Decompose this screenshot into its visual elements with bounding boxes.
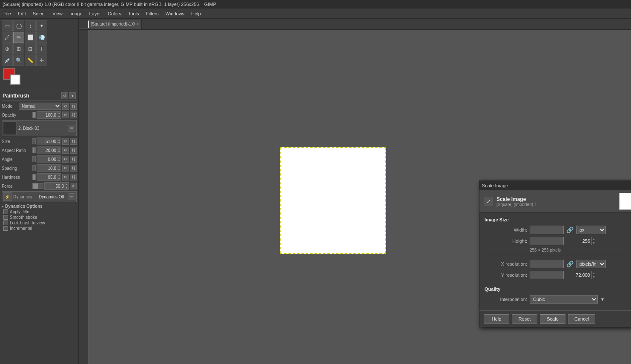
hardness-slider[interactable]	[32, 174, 36, 180]
angle-reset-icon[interactable]: ↺	[62, 156, 69, 163]
yres-up[interactable]: ▴	[592, 271, 596, 275]
tool-colorpick[interactable]: 💉	[2, 55, 13, 66]
angle-spinbox[interactable]: 0.00 ▴ ▾	[37, 155, 61, 163]
aspect-reset-icon[interactable]: ↺	[62, 147, 69, 154]
opacity-reset-icon[interactable]: ↺	[62, 112, 69, 118]
force-reset-icon[interactable]: ↺	[70, 183, 77, 189]
size-up[interactable]: ▴	[57, 138, 61, 141]
size-spinbox[interactable]: 51.00 ▴ ▾	[37, 138, 61, 145]
height-up[interactable]: ▴	[592, 237, 596, 241]
width-unit-select[interactable]: px mm cm in %	[576, 226, 606, 234]
aspect-chain-icon[interactable]: ⛓	[70, 147, 77, 154]
hardness-down[interactable]: ▾	[57, 177, 61, 181]
tool-fuzzy-select[interactable]: ✦	[36, 20, 47, 32]
tool-free-select[interactable]: ⌇	[25, 20, 36, 32]
tool-perspective[interactable]: ⊟	[25, 43, 36, 54]
background-color[interactable]	[10, 75, 20, 85]
tool-measure[interactable]: 📏	[25, 55, 36, 66]
tool-options-reset-icon[interactable]: ↺	[61, 92, 68, 99]
angle-up[interactable]: ▴	[57, 156, 61, 159]
force-spinbox[interactable]: 50.0 ▴ ▾	[44, 182, 69, 190]
hardness-chain-icon[interactable]: ⛓	[70, 174, 77, 181]
incremental-checkbox[interactable]	[3, 226, 8, 231]
force-slider[interactable]	[32, 183, 43, 189]
apply-jitter-checkbox[interactable]	[3, 209, 8, 214]
res-unit-select[interactable]: pixels/in pixels/mm pixels/cm	[576, 260, 606, 268]
yres-input[interactable]	[530, 272, 591, 278]
spacing-slider[interactable]	[32, 165, 36, 171]
mode-reset-icon[interactable]: ↺	[62, 103, 69, 110]
menu-filters[interactable]: Filters	[143, 10, 162, 17]
scale-button[interactable]: Scale	[540, 314, 565, 324]
force-down[interactable]: ▾	[65, 186, 69, 189]
aspect-up[interactable]: ▴	[57, 147, 61, 150]
menu-help[interactable]: Help	[188, 10, 204, 17]
tool-clone[interactable]: ⊕	[2, 43, 13, 54]
aspect-slider[interactable]	[32, 147, 36, 153]
tool-rect-select[interactable]: ▭	[2, 20, 13, 32]
tool-paths[interactable]: 🖊	[2, 32, 13, 43]
angle-slider[interactable]	[32, 156, 36, 162]
size-down[interactable]: ▾	[57, 141, 61, 145]
spacing-chain-icon[interactable]: ⛓	[70, 165, 77, 172]
width-spinbox[interactable]: ▴ ▾	[530, 226, 564, 234]
menu-windows[interactable]: Windows	[162, 10, 188, 17]
mode-select[interactable]: Normal	[19, 103, 61, 110]
yres-down[interactable]: ▾	[592, 275, 596, 279]
spacing-up[interactable]: ▴	[57, 165, 61, 168]
cancel-button[interactable]: Cancel	[568, 314, 595, 324]
spacing-spinbox[interactable]: 10.0 ▴ ▾	[37, 164, 61, 172]
height-input[interactable]	[530, 238, 591, 244]
brush-edit-icon[interactable]: ✏	[69, 125, 75, 132]
size-reset-icon[interactable]: ↺	[62, 138, 69, 145]
hardness-spinbox[interactable]: 95.0 ▴ ▾	[37, 173, 61, 181]
canvas-area[interactable]: [Square] (imported)-1.0 × -500 -400 -300…	[79, 19, 631, 364]
interpolation-select[interactable]: None Linear Cubic Sinc (Lanczos3) NoHalo…	[530, 295, 598, 304]
menu-layer[interactable]: Layer	[86, 10, 105, 17]
aspect-down[interactable]: ▾	[57, 150, 61, 154]
tool-airbrush[interactable]: 💨	[36, 32, 47, 43]
hardness-reset-icon[interactable]: ↺	[62, 174, 69, 181]
smooth-stroke-checkbox[interactable]	[3, 215, 8, 220]
opacity-chain-icon[interactable]: ⛓	[70, 112, 77, 118]
size-slider[interactable]	[32, 138, 36, 144]
tool-eraser[interactable]: ⬜	[25, 32, 36, 43]
menu-edit[interactable]: Edit	[14, 10, 29, 17]
reset-button[interactable]: Reset	[512, 314, 537, 324]
force-up[interactable]: ▴	[65, 183, 69, 186]
opacity-slider[interactable]	[32, 112, 36, 118]
image-tab[interactable]: [Square] (imported)-1.0 ×	[79, 20, 142, 29]
hardness-up[interactable]: ▴	[57, 174, 61, 177]
tool-heal[interactable]: ⊞	[13, 43, 24, 54]
mode-chain-icon[interactable]: ⛓	[70, 103, 77, 110]
xres-yres-chain[interactable]: 🔗	[566, 261, 574, 267]
tool-text[interactable]: T	[36, 43, 47, 54]
spacing-down[interactable]: ▾	[57, 168, 61, 172]
tool-paintbrush[interactable]: ✏	[13, 32, 24, 43]
menu-tools[interactable]: Tools	[125, 10, 143, 17]
xres-spinbox[interactable]: ▴ ▾	[530, 260, 564, 268]
dynamics-options-header[interactable]: ▸ Dynamics Options	[2, 204, 77, 209]
tool-options-menu-icon[interactable]: ▾	[69, 92, 76, 99]
height-down[interactable]: ▾	[592, 241, 596, 245]
angle-chain-icon[interactable]: ⛓	[70, 156, 77, 163]
spacing-reset-icon[interactable]: ↺	[62, 165, 69, 172]
height-spinbox[interactable]: ▴ ▾	[530, 237, 564, 245]
opacity-spinbox[interactable]: 100.0 ▴ ▾	[37, 111, 61, 119]
tab-close-icon[interactable]: ×	[136, 22, 139, 26]
help-button[interactable]: Help	[484, 314, 509, 324]
menu-image[interactable]: Image	[66, 10, 86, 17]
size-chain-icon[interactable]: ⛓	[70, 138, 77, 145]
opacity-down[interactable]: ▾	[57, 115, 61, 118]
tool-zoom[interactable]: 🔍	[13, 55, 24, 66]
dynamics-edit-icon[interactable]: ✏	[69, 193, 75, 200]
yres-spinbox[interactable]: ▴ ▾	[530, 271, 564, 279]
opacity-up[interactable]: ▴	[57, 112, 61, 115]
tool-move[interactable]: ✛	[36, 55, 47, 66]
width-height-chain[interactable]: 🔗	[566, 226, 574, 233]
aspect-spinbox[interactable]: 20.00 ▴ ▾	[37, 146, 61, 154]
tool-ellipse-select[interactable]: ◯	[13, 20, 24, 32]
menu-colors[interactable]: Colors	[104, 10, 125, 17]
menu-file[interactable]: File	[0, 10, 14, 17]
angle-down[interactable]: ▾	[57, 159, 61, 163]
